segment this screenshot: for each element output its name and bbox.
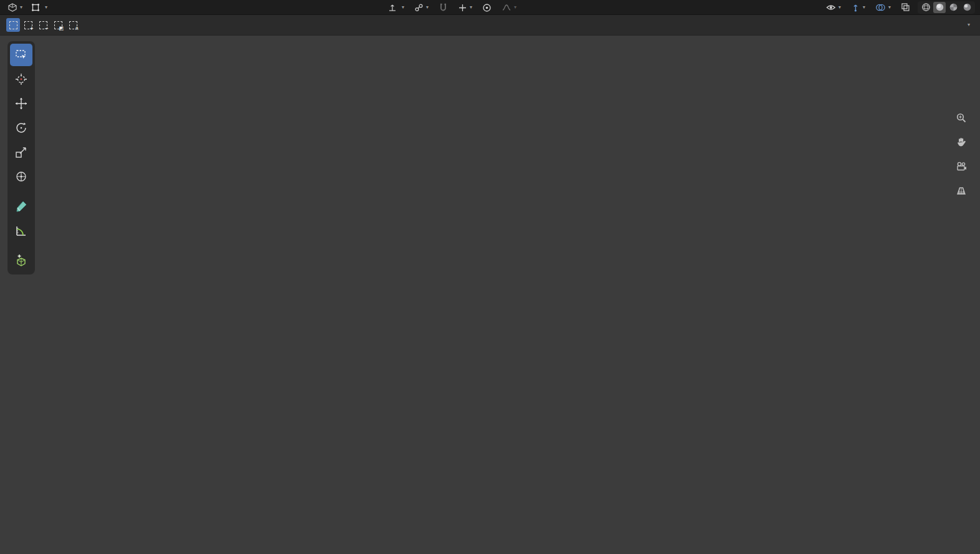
add-cube-icon [14, 254, 28, 268]
annotate-pen-icon [14, 200, 28, 213]
editor-type-icon [7, 2, 17, 12]
material-shading-icon [949, 2, 958, 12]
viewport-canvas[interactable] [0, 36, 980, 554]
snap-toggle[interactable] [436, 1, 450, 14]
falloff-dropdown[interactable]: ▾ [499, 1, 519, 14]
visibility-dropdown[interactable]: ▾ [823, 1, 843, 14]
menu-select[interactable] [69, 6, 79, 9]
left-toolbar [7, 41, 35, 275]
box-select-icon [14, 48, 28, 62]
pivot-point-dropdown[interactable]: ▾ [412, 1, 431, 14]
select-mode-extend[interactable]: + [21, 18, 35, 32]
tool-transform[interactable] [10, 165, 32, 188]
camera-view-button[interactable] [952, 157, 971, 176]
tool-settings-bar: + − ◩ ∩ ▾ [0, 15, 980, 36]
gizmo-toggle-icon [851, 2, 860, 12]
snap-target-dropdown[interactable]: ▾ [455, 1, 475, 14]
chevron-down-icon: ▾ [888, 5, 891, 10]
orientation-dropdown[interactable]: ▾ [386, 1, 407, 14]
rendered-shading-icon [963, 2, 972, 12]
chevron-down-icon: ▾ [426, 5, 429, 10]
measure-icon [14, 224, 28, 238]
zoom-icon [956, 112, 967, 124]
proportional-edit-icon [482, 3, 492, 12]
viewport-info [52, 44, 61, 57]
camera-view-icon [956, 161, 967, 172]
scale-icon [14, 145, 28, 159]
tool-annotate[interactable] [10, 195, 32, 218]
orientation-icon [388, 3, 397, 12]
pivot-point-icon [414, 3, 424, 12]
magnet-icon [439, 3, 448, 12]
visibility-filter-icon [826, 3, 836, 12]
select-mode-intersect[interactable]: ∩ [66, 18, 80, 32]
chevron-down-icon: ▾ [514, 5, 517, 10]
proportional-edit-toggle[interactable] [480, 1, 494, 14]
chevron-down-icon: ▾ [863, 5, 865, 10]
chevron-down-icon: ▾ [20, 5, 22, 10]
tool-rotate[interactable] [10, 117, 32, 139]
object-mode-icon [31, 3, 40, 12]
menu-view[interactable] [57, 6, 67, 9]
chevron-down-icon: ▾ [402, 5, 404, 10]
editor-type-button[interactable]: ▾ [5, 1, 25, 14]
solid-shading-button[interactable] [933, 2, 946, 13]
transform-icon [14, 170, 28, 183]
viewport-nav-buttons [952, 109, 971, 200]
falloff-curve-icon [502, 3, 512, 12]
select-mode-invert[interactable]: ◩ [51, 18, 65, 32]
blender-window: { "header": { "mode_label": "オブジェクトモード",… [0, 0, 980, 554]
perspective-toggle-button[interactable] [952, 182, 971, 200]
navigation-gizmo[interactable] [908, 44, 976, 106]
material-shading-button[interactable] [947, 2, 959, 13]
select-mode-new[interactable] [6, 18, 20, 32]
header-bar: ▾ ▾ ▾ ▾ [0, 0, 980, 15]
xray-toggle[interactable] [898, 1, 913, 14]
perspective-grid-icon [956, 185, 967, 197]
tool-cursor[interactable] [10, 68, 32, 90]
xray-toggle-icon [901, 2, 910, 12]
rendered-shading-button[interactable] [961, 2, 973, 13]
solid-shading-icon [935, 2, 944, 12]
chevron-down-icon: ▾ [968, 22, 970, 27]
wireframe-shading-button[interactable] [919, 2, 932, 13]
tool-box-select[interactable] [10, 44, 32, 66]
viewport-display-controls: ▾ ▾ ▾ [823, 1, 975, 14]
menu-add[interactable] [80, 6, 90, 9]
snap-target-icon [458, 3, 467, 12]
cursor-tool-icon [14, 72, 28, 86]
mode-selector[interactable]: ▾ [29, 1, 50, 14]
transform-controls: ▾ ▾ ▾ [386, 0, 519, 15]
overlays-toggle-dropdown[interactable]: ▾ [873, 1, 893, 14]
menu-object[interactable] [91, 6, 101, 9]
tool-add-cube[interactable] [10, 250, 32, 272]
chevron-down-icon: ▾ [470, 5, 472, 10]
shading-mode-group [918, 1, 975, 14]
move-icon [14, 97, 28, 110]
zoom-button[interactable] [952, 109, 971, 127]
tool-scale[interactable] [10, 141, 32, 163]
pan-hand-icon [956, 137, 967, 148]
select-mode-group: + − ◩ ∩ [6, 18, 80, 32]
select-mode-subtract[interactable]: − [36, 18, 50, 32]
chevron-down-icon: ▾ [45, 5, 47, 10]
menu-bar [57, 6, 101, 9]
overlays-toggle-icon [875, 3, 886, 12]
tool-move[interactable] [10, 92, 32, 115]
gizmo-toggle-dropdown[interactable]: ▾ [848, 1, 868, 14]
tool-measure[interactable] [10, 220, 32, 242]
chevron-down-icon: ▾ [838, 5, 841, 10]
rotate-icon [14, 121, 28, 135]
options-dropdown[interactable]: ▾ [961, 21, 974, 29]
pan-button[interactable] [952, 133, 971, 152]
wireframe-shading-icon [921, 2, 931, 12]
